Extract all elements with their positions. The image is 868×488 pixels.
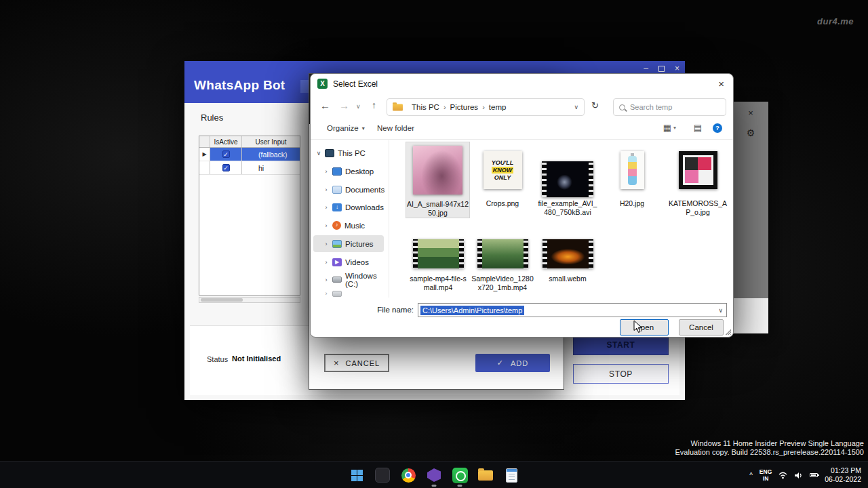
network-icon[interactable] [778, 472, 787, 479]
row-selector-icon: ▶ [202, 151, 206, 157]
filename-input[interactable]: C:\Users\Admin\Pictures\temp ∨ [418, 303, 727, 317]
up-button[interactable]: ↑ [372, 100, 376, 110]
panel-footer [733, 298, 768, 333]
windows-logo-icon [351, 470, 363, 481]
table-row[interactable]: ▶ ✓ (fallback) [199, 148, 300, 161]
chevron-right-icon[interactable]: › [323, 186, 329, 193]
running-indicator [458, 485, 462, 487]
file-item[interactable]: file_example_AVI_480_750kB.avi [536, 142, 599, 216]
cancel-button[interactable]: × CANCEL [324, 354, 389, 372]
system-tray: ^ ENG IN 01:23 PM 06-02-2022 [749, 462, 861, 488]
taskbar-app-dark[interactable] [372, 462, 393, 488]
dialog-close-button[interactable]: × [718, 78, 724, 89]
minimize-button[interactable]: – [644, 64, 648, 73]
sidebar-item-documents[interactable]: › Documents [313, 181, 384, 198]
open-button[interactable]: Open [620, 319, 669, 336]
isactive-checkbox[interactable]: ✓ [222, 150, 230, 158]
file-thumbnail [542, 239, 593, 268]
userinput-cell: (fallback) [242, 148, 300, 161]
chevron-right-icon: › [443, 103, 446, 111]
forward-button[interactable]: → [339, 100, 349, 111]
gear-icon[interactable]: ⚙ [733, 127, 768, 138]
table-hscrollbar[interactable] [199, 297, 300, 303]
resize-grip[interactable] [725, 329, 731, 335]
pane-divider [389, 140, 389, 298]
close-button[interactable]: × [675, 64, 679, 73]
chevron-right-icon[interactable]: › [323, 241, 329, 247]
file-item[interactable]: H20.jpg [601, 142, 663, 216]
recent-locations-chevron-icon[interactable]: ∨ [356, 103, 361, 110]
volume-icon[interactable] [794, 472, 803, 479]
chevron-right-icon[interactable]: › [323, 204, 329, 211]
sidebar-item-label: Downloads [345, 203, 384, 211]
window-title: WhatsApp Bot [194, 78, 285, 93]
chevron-right-icon[interactable]: › [323, 277, 329, 283]
eval-line-1: Windows 11 Home Insider Preview Single L… [675, 439, 864, 448]
tray-date: 06-02-2022 [825, 475, 861, 484]
visual-studio-icon [427, 468, 441, 482]
file-dialog: X Select Excel × ← → ∨ ↑ This PC › Pictu… [310, 73, 734, 338]
chevron-right-icon[interactable]: › [323, 259, 329, 266]
taskbar-app-visual-studio[interactable] [424, 462, 444, 488]
userinput-cell: hi [242, 161, 300, 174]
search-input[interactable]: Search temp [613, 98, 726, 116]
sidebar-item-this-pc[interactable]: ∨ This PC [313, 144, 384, 161]
sidebar-item-windows-c[interactable]: › Windows (C:) [313, 271, 384, 288]
sidebar-item-videos[interactable]: › ▶ Videos [313, 253, 384, 270]
breadcrumb-pictures[interactable]: Pictures [450, 103, 479, 111]
sidebar-item-pictures[interactable]: › Pictures [313, 235, 384, 252]
sidebar-item-partial[interactable]: › [313, 289, 384, 298]
maximize-button[interactable] [658, 66, 665, 72]
desktop-icon [332, 167, 342, 176]
mouse-cursor [633, 320, 643, 333]
desktop: dur4.me WhatsApp Bot – × Rules IsActive … [0, 0, 868, 488]
file-item[interactable]: YOU'LL KNOW ONLY Crops.png [471, 142, 534, 216]
details-view-icon[interactable]: ▤ [694, 123, 702, 133]
taskbar-app-explorer[interactable] [475, 462, 496, 488]
clock[interactable]: 01:23 PM 06-02-2022 [825, 466, 861, 484]
taskbar-app-whatsapp-bot[interactable] [450, 462, 470, 488]
chevron-right-icon[interactable]: › [323, 222, 329, 229]
breadcrumb-temp[interactable]: temp [489, 103, 507, 111]
breadcrumb[interactable]: This PC › Pictures › temp ∨ [387, 98, 585, 116]
file-item[interactable]: sample-mp4-file-small.mp4 [407, 237, 469, 311]
file-item[interactable]: SampleVideo_1280x720_1mb.mp4 [471, 237, 534, 311]
view-mode-button[interactable]: ▦ ▾ [663, 123, 676, 133]
help-button[interactable]: ? [713, 123, 722, 133]
scrollbar-thumb[interactable] [201, 298, 243, 302]
back-button[interactable]: ← [320, 100, 330, 111]
organize-button[interactable]: Organize ▾ [327, 124, 365, 132]
chevron-down-icon[interactable]: ∨ [316, 150, 321, 157]
caret-down-icon: ▾ [362, 125, 365, 131]
close-icon[interactable]: × [733, 108, 768, 118]
language-line-1: ENG [760, 468, 772, 475]
hidden-icons-chevron-icon[interactable]: ^ [749, 472, 753, 479]
sidebar-item-desktop[interactable]: › Desktop [313, 163, 384, 180]
file-item[interactable]: small.webm [536, 237, 599, 311]
start-button[interactable]: START [573, 335, 669, 355]
breadcrumb-this-pc[interactable]: This PC [412, 103, 439, 111]
battery-icon[interactable] [810, 473, 818, 477]
refresh-button[interactable]: ↻ [591, 100, 599, 110]
taskbar-app-notepad[interactable] [501, 462, 521, 488]
sidebar-item-label: Desktop [345, 167, 374, 176]
file-item[interactable]: AI_A_small-947x1250.jpg [406, 142, 470, 218]
chevron-right-icon[interactable]: › [323, 168, 329, 175]
file-item[interactable]: KATEMOROSS_AP_o.jpg [667, 142, 729, 216]
new-folder-button[interactable]: New folder [377, 124, 414, 132]
sidebar-item-music[interactable]: › ♪ Music [313, 217, 384, 234]
folder-icon [478, 470, 493, 481]
language-indicator[interactable]: ENG IN [760, 468, 772, 482]
chevron-down-icon[interactable]: ∨ [574, 104, 578, 110]
dialog-cancel-button[interactable]: Cancel [679, 319, 724, 336]
drive-icon [332, 291, 342, 297]
isactive-checkbox[interactable]: ✓ [222, 164, 230, 171]
sidebar-item-downloads[interactable]: › ↓ Downloads [313, 199, 384, 216]
add-button[interactable]: ✓ ADD [475, 354, 550, 372]
chevron-down-icon[interactable]: ∨ [718, 307, 724, 314]
taskbar-app-chrome[interactable] [398, 462, 418, 488]
table-row[interactable]: ✓ hi [199, 161, 300, 175]
start-button[interactable] [347, 462, 367, 488]
file-thumbnail: YOU'LL KNOW ONLY [484, 151, 522, 189]
stop-button[interactable]: STOP [573, 364, 669, 384]
